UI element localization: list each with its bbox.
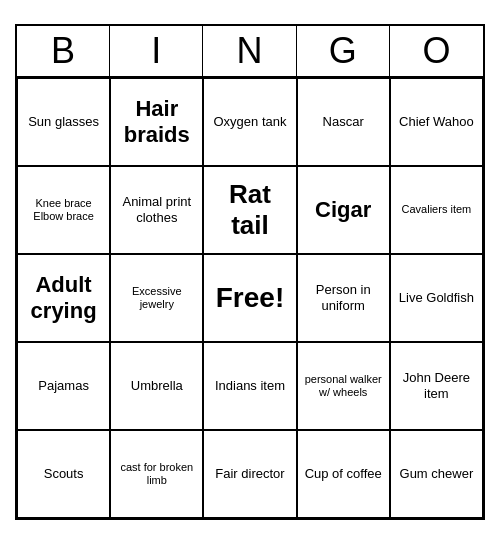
bingo-cell: personal walker w/ wheels (297, 342, 390, 430)
bingo-cell: Scouts (17, 430, 110, 518)
bingo-cell: Live Goldfish (390, 254, 483, 342)
header-letter: I (110, 26, 203, 76)
bingo-cell: Rat tail (203, 166, 296, 254)
bingo-cell: Knee brace Elbow brace (17, 166, 110, 254)
header-letter: B (17, 26, 110, 76)
bingo-cell: Fair director (203, 430, 296, 518)
header-letter: G (297, 26, 390, 76)
bingo-cell: Hair braids (110, 78, 203, 166)
bingo-cell: Animal print clothes (110, 166, 203, 254)
bingo-cell: Gum chewer (390, 430, 483, 518)
bingo-grid: Sun glassesHair braidsOxygen tankNascarC… (17, 78, 483, 518)
bingo-cell: Adult crying (17, 254, 110, 342)
bingo-header: BINGO (17, 26, 483, 78)
bingo-card: BINGO Sun glassesHair braidsOxygen tankN… (15, 24, 485, 520)
bingo-cell: Cigar (297, 166, 390, 254)
bingo-cell: Cup of coffee (297, 430, 390, 518)
bingo-cell: Cavaliers item (390, 166, 483, 254)
bingo-cell: Chief Wahoo (390, 78, 483, 166)
bingo-cell: Indians item (203, 342, 296, 430)
bingo-cell: Excessive jewelry (110, 254, 203, 342)
bingo-cell: Sun glasses (17, 78, 110, 166)
bingo-cell: Nascar (297, 78, 390, 166)
bingo-cell: cast for broken limb (110, 430, 203, 518)
bingo-cell: John Deere item (390, 342, 483, 430)
header-letter: O (390, 26, 483, 76)
bingo-cell: Person in uniform (297, 254, 390, 342)
header-letter: N (203, 26, 296, 76)
bingo-cell: Oxygen tank (203, 78, 296, 166)
bingo-cell: Free! (203, 254, 296, 342)
bingo-cell: Umbrella (110, 342, 203, 430)
bingo-cell: Pajamas (17, 342, 110, 430)
